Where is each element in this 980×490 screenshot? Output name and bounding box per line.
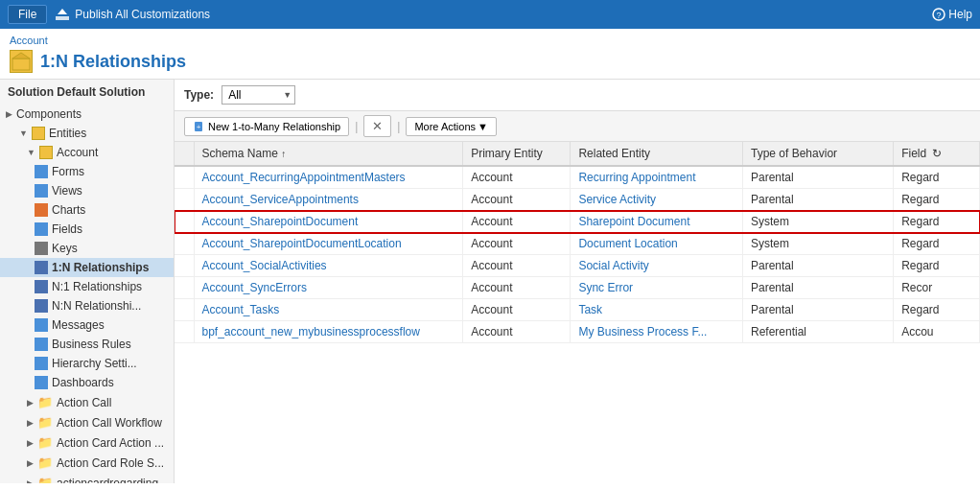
relationships-table: Schema Name ↑ Primary Entity Related Ent… bbox=[175, 142, 980, 343]
main-layout: Solution Default Solution ▶ Components ▼… bbox=[0, 80, 980, 483]
schema-name-link[interactable]: Account_RecurringAppointmentMasters bbox=[202, 171, 406, 184]
schema-name-cell[interactable]: Account_RecurringAppointmentMasters bbox=[194, 166, 463, 189]
schema-name-cell[interactable]: Account_SharepointDocumentLocation bbox=[194, 233, 463, 255]
sidebar-item-action-card-action[interactable]: ▶ 📁 Action Card Action ... bbox=[0, 432, 174, 453]
rel1n-icon bbox=[35, 261, 48, 274]
type-behavior-cell: Parental bbox=[743, 166, 894, 189]
sidebar-item-action-call[interactable]: ▶ 📁 Action Call bbox=[0, 392, 174, 412]
related-entity-cell: Recurring Appointment bbox=[571, 166, 743, 189]
n1-relationships-label: N:1 Relationships bbox=[52, 280, 142, 293]
sidebar-item-nn-relationships[interactable]: N:N Relationshi... bbox=[0, 296, 174, 315]
sidebar-item-business-rules[interactable]: Business Rules bbox=[0, 335, 174, 354]
folder-icon: 📁 bbox=[37, 415, 53, 430]
sidebar-item-messages[interactable]: Messages bbox=[0, 315, 174, 335]
hierarchy-icon bbox=[35, 357, 48, 370]
svg-marker-5 bbox=[12, 53, 30, 58]
page-title-area: 1:N Relationships bbox=[0, 48, 980, 80]
sidebar-item-views[interactable]: Views bbox=[0, 181, 174, 200]
sidebar-item-account[interactable]: ▼ Account bbox=[0, 143, 174, 162]
schema-name-link[interactable]: bpf_account_new_mybusinessprocessflow bbox=[202, 325, 420, 338]
row-checkbox bbox=[175, 321, 194, 343]
schema-name-link[interactable]: Account_SharepointDocumentLocation bbox=[202, 237, 402, 250]
sidebar-item-dashboards[interactable]: Dashboards bbox=[0, 373, 174, 392]
primary-entity-cell: Account bbox=[463, 189, 571, 211]
sidebar-item-action-card-role[interactable]: ▶ 📁 Action Card Role S... bbox=[0, 453, 174, 473]
schema-name-link[interactable]: Account_SharepointDocument bbox=[202, 215, 359, 228]
sidebar-item-keys[interactable]: Keys bbox=[0, 239, 174, 258]
expand-icon: ▶ bbox=[27, 438, 34, 448]
table-row[interactable]: bpf_account_new_mybusinessprocessflowAcc… bbox=[175, 321, 980, 343]
new-relationship-button[interactable]: + New 1-to-Many Relationship bbox=[184, 117, 349, 136]
relnn-icon bbox=[35, 299, 48, 313]
keys-icon bbox=[35, 242, 48, 255]
charts-icon bbox=[35, 203, 48, 217]
top-bar: File Publish All Customizations ? Help bbox=[0, 0, 980, 29]
table-row[interactable]: Account_SyncErrorsAccountSync ErrorParen… bbox=[175, 277, 980, 299]
expand-icon: ▼ bbox=[27, 148, 35, 157]
sidebar-item-n1-relationships[interactable]: N:1 Relationships bbox=[0, 277, 174, 296]
table-row[interactable]: Account_ServiceAppointmentsAccountServic… bbox=[175, 189, 980, 211]
type-label: Type: bbox=[184, 88, 214, 102]
col-schema-header: Schema Name ↑ bbox=[194, 142, 463, 166]
primary-entity-cell: Account bbox=[463, 255, 571, 277]
sidebar-item-entities[interactable]: ▼ Entities bbox=[0, 124, 174, 143]
schema-name-cell[interactable]: Account_SocialActivities bbox=[194, 255, 463, 277]
file-button[interactable]: File bbox=[8, 5, 47, 24]
action-card-role-label: Action Card Role S... bbox=[57, 456, 164, 470]
sidebar-item-fields[interactable]: Fields bbox=[0, 220, 174, 239]
action-call-label: Action Call bbox=[57, 396, 111, 409]
schema-name-cell[interactable]: Account_Tasks bbox=[194, 299, 463, 321]
sidebar-item-forms[interactable]: Forms bbox=[0, 162, 174, 181]
primary-entity-cell: Account bbox=[463, 277, 571, 299]
messages-icon bbox=[35, 318, 48, 332]
refresh-icon[interactable]: ↻ bbox=[932, 147, 942, 160]
type-bar: Type: All Custom Standard bbox=[175, 80, 980, 111]
schema-name-link[interactable]: Account_Tasks bbox=[202, 303, 280, 316]
toolbar-separator: | bbox=[355, 120, 358, 133]
schema-name-cell[interactable]: Account_ServiceAppointments bbox=[194, 189, 463, 211]
more-actions-button[interactable]: More Actions ▼ bbox=[406, 117, 496, 136]
help-icon: ? bbox=[932, 8, 945, 21]
type-behavior-cell: Parental bbox=[743, 255, 894, 277]
related-entity-cell: Sync Error bbox=[571, 277, 743, 299]
sidebar-item-hierarchy-settings[interactable]: Hierarchy Setti... bbox=[0, 354, 174, 373]
col-behavior-header: Type of Behavior bbox=[743, 142, 894, 166]
table-row[interactable]: Account_SharepointDocumentAccountSharepo… bbox=[175, 211, 980, 233]
delete-button[interactable]: ✕ bbox=[363, 115, 391, 137]
type-behavior-cell: Referential bbox=[743, 321, 894, 343]
field-cell: Regard bbox=[894, 189, 980, 211]
type-select[interactable]: All Custom Standard bbox=[222, 85, 295, 105]
schema-name-link[interactable]: Account_ServiceAppointments bbox=[202, 193, 359, 206]
table-row[interactable]: Account_SocialActivitiesAccountSocial Ac… bbox=[175, 255, 980, 277]
expand-icon: ▶ bbox=[27, 418, 34, 428]
table-row[interactable]: Account_SharepointDocumentLocationAccoun… bbox=[175, 233, 980, 255]
sidebar-item-actioncardregarding[interactable]: ▶ 📁 actioncardregarding bbox=[0, 473, 174, 483]
table-row[interactable]: Account_RecurringAppointmentMastersAccou… bbox=[175, 166, 980, 189]
schema-name-cell[interactable]: Account_SyncErrors bbox=[194, 277, 463, 299]
help-button[interactable]: ? Help bbox=[932, 8, 972, 21]
views-icon bbox=[35, 184, 48, 198]
sidebar-item-1n-relationships[interactable]: 1:N Relationships bbox=[0, 258, 174, 277]
row-checkbox bbox=[175, 277, 194, 299]
schema-name-link[interactable]: Account_SocialActivities bbox=[202, 259, 327, 272]
schema-name-cell[interactable]: Account_SharepointDocument bbox=[194, 211, 463, 233]
components-label: Components bbox=[16, 107, 82, 121]
schema-name-cell[interactable]: bpf_account_new_mybusinessprocessflow bbox=[194, 321, 463, 343]
sidebar-item-action-call-workflow[interactable]: ▶ 📁 Action Call Workflow bbox=[0, 412, 174, 432]
new-icon: + bbox=[193, 121, 204, 132]
messages-label: Messages bbox=[52, 318, 105, 332]
sidebar-item-charts[interactable]: Charts bbox=[0, 200, 174, 220]
schema-name-link[interactable]: Account_SyncErrors bbox=[202, 281, 307, 294]
row-checkbox bbox=[175, 299, 194, 321]
table-wrapper: Schema Name ↑ Primary Entity Related Ent… bbox=[175, 142, 980, 483]
charts-label: Charts bbox=[52, 203, 85, 217]
row-checkbox bbox=[175, 166, 194, 189]
type-select-wrapper[interactable]: All Custom Standard bbox=[222, 85, 295, 105]
action-call-workflow-label: Action Call Workflow bbox=[57, 416, 162, 430]
toolbar: + New 1-to-Many Relationship | ✕ | More … bbox=[175, 111, 980, 142]
actioncardregarding-label: actioncardregarding bbox=[57, 477, 158, 484]
table-row[interactable]: Account_TasksAccountTaskParentalRegard bbox=[175, 299, 980, 321]
expand-icon: ▼ bbox=[19, 128, 28, 138]
1n-relationships-label: 1:N Relationships bbox=[52, 261, 149, 274]
sidebar-item-components[interactable]: ▶ Components bbox=[0, 105, 174, 124]
